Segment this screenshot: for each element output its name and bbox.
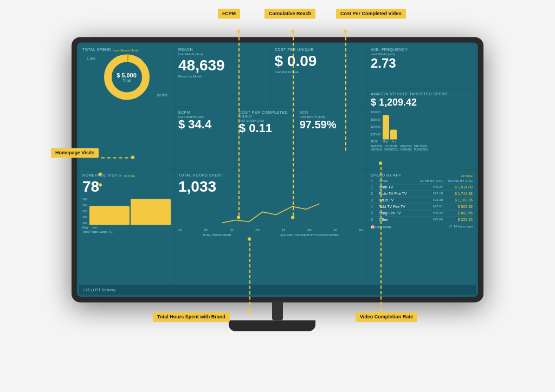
hours-ago-btn[interactable]: ⏱ 16 hours ago [449,225,473,229]
amazon-vehicle-value: $ 1,209.42 [371,97,473,109]
total-hours-panel: TOTAL HOURS SPENT 1,033 JulJanJulJanJulJ… [175,171,366,284]
spend-by-app-panel: SPEND BY APP All Time #NAMEECPM BY SITES… [367,171,476,284]
cat-decision: DECISIONTARGETED [414,145,428,152]
cat-custom: CUSTOMTARGETED [384,145,398,152]
annotation-ecpm: eCPM [218,9,240,18]
table-row: 6Other¢35.84$ 222.25 [371,217,473,223]
annotation-total-hours: Total Hours Spent with Brand [153,312,230,322]
monitor-screen: TOTAL SPEND Last Month (Jun) $ 5,000 Tot… [77,42,478,297]
cat-amazon-vehicle: AMAZONVEHICLE [371,145,382,152]
sba-label: SPEND BY APP [371,174,402,178]
hours-line-chart [178,196,363,226]
table-row: 5Sling Fire TV¢40.14$ 603.65 [371,211,473,217]
total-spend-label: TOTAL SPEND [82,48,111,51]
hv-bar-chart: 560540520500480 [82,198,171,225]
vcr-panel: VCR LAST MONTH (JUN) 97.59% [296,108,366,169]
cost-unique-sub: Cost Per Unique [275,70,364,74]
total-spend-sublabel: Total [117,79,137,82]
annotation-homepage-visits: Homepage Visits [51,148,99,158]
avg-freq-panel: AVE. FREQUENCY Last Month (Jun) 2.73 [367,44,476,88]
homepage-visits-panel: HOMEPAGE VISITS All Time 78 560540520500… [79,171,174,284]
hv-bar-jun: Jun [92,226,97,230]
amazon-vehicle-panel: AMAZON VEHICLE TARGETED SPEND $ 1,209.42… [367,89,476,169]
annotation-cumulative-reach: Cumulative Reach [264,9,315,18]
ecpm-panel: eCPM LAST MONTH (JUN) $ 34.4 [175,108,235,169]
footer-bar: L2T | OTT Delivery [79,285,476,295]
monitor-frame: TOTAL SPEND Last Month (Jun) $ 5,000 Tot… [72,37,483,302]
cost-unique-value: $ 0.09 [275,53,364,70]
reach-value: 48,639 [178,57,267,74]
annotation-video-completion-rate: Video Completion Rate [356,312,417,322]
hv-period[interactable]: All Time [124,174,135,178]
cost-unique-panel: COST PER UNIQUE $ 0.09 Cost Per Unique [272,44,367,106]
pct2-label: 98.6% [157,93,167,97]
hv-bar-may: May [82,226,88,230]
reach-label: REACH [178,48,267,51]
ecpm-value: $ 34.4 [178,119,231,131]
ecpm-label: eCPM [178,111,231,115]
hv-value: 78 [82,179,171,196]
table-row: 4Tubi TV Fire TV¢27.01$ 963.39 [371,204,473,211]
total-spend-period[interactable]: Last Month (Jun) [113,49,138,52]
cost-completed-value: $ 0.11 [239,123,292,135]
vcr-value: 97.59% [300,119,363,132]
th-label: TOTAL HOURS SPENT [178,174,363,178]
cost-completed-label: COST PER COMPLETED VIDEO [239,111,292,119]
amazon-bar-chart: $740.00 $550.00 $370.00 $185.00 $0.00 [371,111,473,143]
bar-jun-amazon [390,130,397,140]
avg-freq-value: 2.73 [371,56,408,71]
monitor-shell: eCPM Cumulative Reach Cost Per Completed… [44,4,511,373]
sba-period[interactable]: All Time [461,174,473,178]
sba-header-row: #NAMEECPM BY SITESPEND BY SITE [371,179,473,185]
table-row: 3IMDb TV¢33.38$ 1,103.36 [371,198,473,204]
reach-sub: Reach by Month [178,75,267,78]
pct1-label: 1.4% [87,57,95,61]
avg-freq-label: AVE. FREQUENCY [371,48,408,51]
annotation-cost-per-completed-video: Cost Per Completed Video [336,9,406,18]
table-row: 2Pluto TV Fire TV¢25.19$ 1,744.38 [371,191,473,198]
reach-panel: REACH Last Month (Jun) 48,639 Reach by M… [175,44,270,106]
bar-may-amazon [383,115,389,140]
footer-logo: L2T | OTT Delivery [83,288,115,292]
th-value: 1,033 [178,179,363,196]
amazon-vehicle-label: AMAZON VEHICLE TARGETED SPEND [371,93,473,96]
cost-completed-panel: COST PER COMPLETED VIDEO LAST MONTH (JUN… [236,108,295,169]
reach-sublabel: Last Month (Jun) [178,53,267,56]
cat-garage: AMAZONGARAGE [400,145,411,152]
sba-rows: 1Imdb TV¢40.24$ 1,914.89 2Pluto TV Fire … [371,185,473,223]
monitor-stand [240,301,315,331]
table-row: 1Imdb TV¢40.24$ 1,914.89 [371,185,473,191]
vcr-label: VCR [300,111,363,115]
total-spend-value: $ 5,000 [117,72,137,79]
cost-unique-label: COST PER UNIQUE [275,48,364,51]
